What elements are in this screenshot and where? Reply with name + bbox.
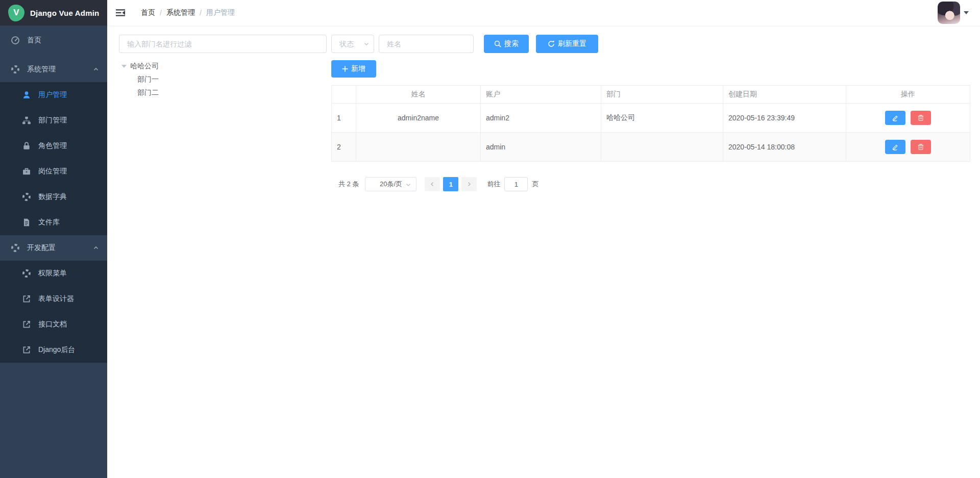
sidebar-item-label: 角色管理	[38, 141, 67, 150]
breadcrumb-separator: /	[200, 9, 202, 17]
org-tree-icon	[22, 116, 31, 125]
cell-index: 1	[332, 104, 356, 133]
sidebar-section-system[interactable]: 系统管理	[0, 57, 107, 82]
table-header-row: 姓名 账户 部门 创建日期 操作	[332, 86, 970, 104]
chevron-up-icon	[93, 245, 99, 251]
user-avatar[interactable]	[938, 2, 960, 24]
cell-actions	[846, 104, 970, 133]
refresh-reset-button[interactable]: 刷新重置	[536, 35, 598, 53]
sidebar-item-label: Django后台	[38, 345, 75, 355]
sidebar-item-roles[interactable]: 角色管理	[0, 133, 107, 159]
delete-button[interactable]	[911, 111, 931, 125]
cell-department	[601, 133, 723, 162]
sidebar-section-dev[interactable]: 开发配置	[0, 235, 107, 261]
chevron-left-icon	[429, 181, 435, 187]
sidebar-item-dictionary[interactable]: 数据字典	[0, 184, 107, 210]
tree-node-label: 哈哈公司	[130, 62, 159, 71]
cell-created: 2020-05-16 23:39:49	[723, 104, 846, 133]
sidebar-item-home[interactable]: 首页	[0, 28, 107, 53]
logo-bar[interactable]: V Django Vue Admin	[0, 0, 107, 26]
app-title: Django Vue Admin	[30, 9, 99, 17]
chevron-up-icon	[93, 66, 99, 72]
sidebar-item-files[interactable]: 文件库	[0, 210, 107, 235]
sidebar-item-label: 文件库	[38, 218, 60, 227]
page-content: 哈哈公司 部门一 部门二	[107, 26, 980, 478]
sidebar-item-label: 权限菜单	[38, 269, 67, 278]
next-page-button[interactable]	[461, 177, 477, 191]
cell-name	[356, 133, 481, 162]
submenu-system: 用户管理 部门管理 角色管理	[0, 82, 107, 235]
table-row: 1 admin2name admin2 哈哈公司 2020-05-16 23:3…	[332, 104, 970, 133]
col-account: 账户	[481, 86, 601, 104]
delete-button[interactable]	[911, 140, 931, 154]
status-select-input[interactable]	[331, 35, 374, 53]
sidebar-item-label: 岗位管理	[38, 167, 67, 176]
breadcrumb-separator: /	[160, 9, 162, 17]
edit-button[interactable]	[885, 140, 905, 154]
submenu-dev: 权限菜单 表单设计器 接口文档 Django后台	[0, 261, 107, 363]
main-area: 首页 / 系统管理 / 用户管理 哈哈公司 部门一 部门二	[107, 0, 980, 478]
goto-page-input[interactable]	[504, 177, 528, 191]
sidebar-item-posts[interactable]: 岗位管理	[0, 159, 107, 184]
edit-pencil-icon	[892, 114, 899, 121]
sidebar-item-label: 部门管理	[38, 116, 67, 125]
sidebar-item-form-designer[interactable]: 表单设计器	[0, 286, 107, 312]
breadcrumb-current: 用户管理	[206, 8, 235, 17]
avatar-caret-down-icon[interactable]	[964, 11, 969, 14]
trash-icon	[917, 114, 924, 121]
breadcrumb-system[interactable]: 系统管理	[166, 8, 195, 17]
users-table: 姓名 账户 部门 创建日期 操作 1 admin2name admin2 哈哈公…	[331, 85, 970, 162]
pagination: 共 2 条 20条/页 1 前往 页	[338, 177, 970, 191]
department-tree-panel: 哈哈公司 部门一 部门二	[119, 35, 327, 99]
tree-node-child[interactable]: 部门一	[119, 73, 327, 86]
cell-department: 哈哈公司	[601, 104, 723, 133]
user-icon	[22, 90, 31, 99]
app-logo: V	[8, 5, 24, 21]
goto-label: 前往	[487, 180, 500, 189]
sidebar-fold-button[interactable]	[107, 0, 134, 26]
tree-node-label: 部门二	[137, 88, 159, 97]
tree-expand-caret-icon[interactable]	[121, 65, 127, 68]
search-button[interactable]: 搜索	[484, 35, 529, 53]
document-icon	[22, 218, 31, 227]
hamburger-fold-icon	[115, 8, 126, 18]
edit-button[interactable]	[885, 111, 905, 125]
lock-icon	[22, 141, 31, 150]
name-filter-input[interactable]	[379, 35, 474, 53]
page-number-1[interactable]: 1	[443, 177, 458, 191]
cell-account: admin	[481, 133, 601, 162]
edit-pencil-icon	[892, 143, 899, 150]
sidebar-item-users[interactable]: 用户管理	[0, 82, 107, 108]
reset-button-label: 刷新重置	[558, 39, 586, 48]
add-button[interactable]: 新增	[331, 60, 376, 78]
external-link-icon	[22, 320, 31, 329]
col-index	[332, 86, 356, 104]
chevron-down-icon	[405, 182, 411, 188]
sidebar-item-api-docs[interactable]: 接口文档	[0, 312, 107, 337]
sidebar-item-permission-menu[interactable]: 权限菜单	[0, 261, 107, 286]
status-select[interactable]	[331, 35, 374, 53]
prev-page-button[interactable]	[425, 177, 440, 191]
breadcrumb: 首页 / 系统管理 / 用户管理	[141, 8, 235, 17]
chevron-right-icon	[466, 181, 472, 187]
sidebar-item-label: 表单设计器	[38, 294, 74, 304]
cell-account: admin2	[481, 104, 601, 133]
tree-node-child[interactable]: 部门二	[119, 86, 327, 99]
pagination-total: 共 2 条	[338, 180, 359, 189]
sidebar: V Django Vue Admin 首页 系统管理 用户管理	[0, 0, 107, 478]
breadcrumb-home[interactable]: 首页	[141, 8, 155, 17]
page-size-select[interactable]: 20条/页	[365, 177, 416, 191]
tree-node-root[interactable]: 哈哈公司	[119, 60, 327, 73]
briefcase-icon	[22, 167, 31, 176]
sidebar-item-departments[interactable]: 部门管理	[0, 108, 107, 133]
sidebar-menu: 首页 系统管理 用户管理 部门管理	[0, 26, 107, 363]
search-icon	[494, 40, 501, 47]
tree-node-label: 部门一	[137, 75, 159, 84]
sidebar-item-django-admin[interactable]: Django后台	[0, 337, 107, 363]
page-unit-label: 页	[532, 180, 538, 189]
department-filter-input[interactable]	[119, 35, 327, 53]
table-row: 2 admin 2020-05-14 18:00:08	[332, 133, 970, 162]
add-button-label: 新增	[351, 64, 365, 73]
sidebar-section-label: 系统管理	[27, 65, 56, 74]
trash-icon	[917, 143, 924, 150]
